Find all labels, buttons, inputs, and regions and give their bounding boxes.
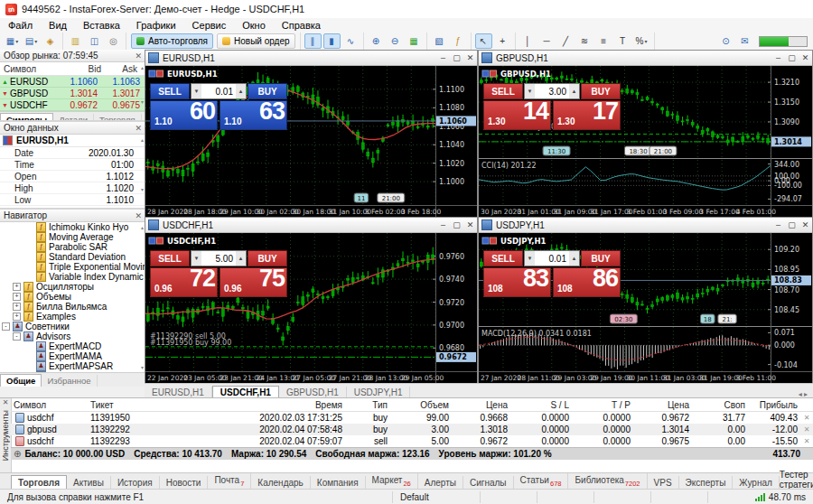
sell-button[interactable]: SELL — [483, 83, 523, 99]
collapse-icon[interactable]: - — [13, 332, 21, 341]
zoom-out-icon[interactable]: ⊖ — [387, 33, 404, 49]
market-watch-row[interactable]: ▼GBPUSD1.30141.3017 — [0, 88, 145, 99]
minimize-button[interactable]: – — [436, 53, 450, 62]
buy-button[interactable]: BUY — [581, 83, 621, 99]
menu-item[interactable]: Вставка — [75, 20, 128, 31]
sell-button[interactable]: SELL — [483, 250, 523, 266]
volume-stepper[interactable]: ▼5.00▲ — [191, 250, 247, 266]
trendline-icon[interactable]: ╱ — [557, 33, 575, 49]
profiles-icon[interactable]: ▤▾ — [23, 33, 40, 49]
volume-stepper[interactable]: ▼3.00▲ — [524, 83, 580, 99]
column-header[interactable]: Тип — [345, 400, 390, 410]
volume-stepper[interactable]: ▼0.01▲ — [524, 250, 580, 266]
column-header[interactable]: Своп — [692, 400, 748, 410]
column-header[interactable]: S / L — [510, 400, 572, 410]
status-latency[interactable]: 48.70 ms — [769, 492, 806, 502]
column-header[interactable]: Цена — [633, 400, 692, 410]
dock-tab[interactable]: Эксперты — [679, 476, 734, 490]
autotrade-button[interactable]: Авто-торговля — [131, 33, 213, 49]
strategy-tester-label[interactable]: Тестер стратегий — [780, 470, 813, 490]
close-button[interactable]: ✕ — [463, 53, 477, 62]
volume-up-icon[interactable]: ▲ — [569, 251, 579, 266]
menu-item[interactable]: Окно — [234, 20, 274, 31]
ask-price-box[interactable]: 0.9675 — [220, 267, 287, 297]
dock-tab[interactable]: Активы — [67, 476, 111, 490]
column-header[interactable]: Цена — [452, 400, 510, 410]
expand-icon[interactable]: + — [13, 293, 21, 301]
navigator-item[interactable]: +ƒОбъемы — [0, 292, 145, 302]
volume-dropdown-icon[interactable]: ▼ — [192, 251, 201, 266]
scroll-down-icon[interactable]: ▾ — [141, 98, 144, 105]
bars-chart-icon[interactable]: ∥ — [304, 33, 322, 49]
navigator-item[interactable]: -♟Advisors — [0, 331, 145, 341]
volume-up-icon[interactable]: ▲ — [236, 251, 246, 266]
maximize-button[interactable]: ▢ — [450, 53, 463, 62]
market-watch-tab[interactable]: Торговля — [94, 114, 142, 122]
chart-window-titlebar[interactable]: USDCHF,H1–▢✕ — [145, 218, 477, 233]
volume-up-icon[interactable]: ▲ — [569, 84, 579, 98]
horizontal-line-icon[interactable]: ─ — [538, 33, 556, 49]
navigator-item[interactable]: ♟ExpertMAPSAR — [0, 361, 145, 371]
chart-canvas[interactable]: 109.20108.95108.70108.45108.8302:301821:… — [479, 233, 812, 383]
search-icon[interactable]: ⊙ — [717, 33, 734, 49]
order-row[interactable]: usdchf113919502020.02.03 17:31:25buy99.0… — [11, 412, 813, 424]
refresh-icon[interactable]: ◈ — [42, 33, 59, 49]
navigator-item[interactable]: +ƒБилла Вильямса — [0, 302, 145, 312]
chart-canvas[interactable]: 1.32101.31501.30901.3030#11392292 buy 3.… — [479, 66, 812, 217]
column-header[interactable]: Символ — [11, 400, 88, 410]
title-bar[interactable]: ₥ 9449562 - InstaForex-Server: Демо-счет… — [0, 0, 813, 19]
tile-windows-icon[interactable]: ▦ — [406, 33, 423, 49]
scroll-down-icon[interactable]: ▾ — [141, 364, 144, 370]
indicators-icon[interactable]: ƒ — [450, 33, 467, 49]
navigator-item[interactable]: ƒParabolic SAR — [0, 242, 145, 252]
close-icon[interactable]: ✕ — [135, 51, 142, 61]
bid-price-box[interactable]: 10883 — [483, 267, 551, 297]
bid-price-box[interactable]: 1.1060 — [150, 100, 218, 130]
chart-window-titlebar[interactable]: EURUSD,H1–▢✕ — [145, 51, 477, 66]
navigator-item[interactable]: ƒStandard Deviation — [0, 252, 145, 262]
navigator-item[interactable]: +ƒExamples — [0, 312, 145, 322]
navigator-item[interactable]: +ƒОсцилляторы — [0, 282, 145, 292]
column-header[interactable]: Ask — [101, 64, 137, 74]
close-button[interactable]: ✕ — [799, 53, 812, 62]
market-watch-icon[interactable]: ▥ — [67, 33, 84, 49]
column-header[interactable]: Прибыль — [748, 400, 800, 410]
market-watch-header[interactable]: Обзор рынка: 07:59:45 ✕ — [0, 50, 145, 62]
buy-button[interactable]: BUY — [248, 250, 287, 266]
data-window-icon[interactable]: ◫ — [86, 33, 103, 49]
volume-up-icon[interactable]: ▲ — [236, 84, 246, 98]
column-header[interactable]: Bid — [61, 64, 101, 74]
dock-tab[interactable]: Календарь — [251, 476, 310, 490]
volume-dropdown-icon[interactable]: ▼ — [525, 84, 535, 98]
cursor-icon[interactable]: ↖ — [475, 33, 492, 49]
market-watch-row[interactable]: ▲EURUSD1.10601.1063 — [0, 76, 145, 88]
dock-tab[interactable]: Маркет26 — [366, 473, 418, 490]
status-profile[interactable]: Default — [393, 491, 481, 503]
channels-icon[interactable]: ≡ — [595, 33, 612, 49]
bid-price-box[interactable]: 1.3014 — [483, 100, 551, 130]
volume-dropdown-icon[interactable]: ▼ — [525, 251, 535, 266]
navigator-item[interactable]: -♟Советники — [0, 322, 145, 331]
close-order-icon[interactable]: ✕ — [800, 414, 813, 422]
navigator-item[interactable]: ƒTriple Exponential Movin — [0, 262, 145, 272]
navigator-item[interactable]: ♟ExpertMACD — [0, 341, 145, 351]
navigator-tab[interactable]: Избранное — [42, 375, 97, 387]
expand-icon[interactable]: + — [13, 303, 21, 311]
vertical-line-icon[interactable]: │ — [519, 33, 537, 49]
navigator-header[interactable]: Навигатор ✕ — [0, 210, 145, 222]
navigator-tab[interactable]: Общие — [0, 374, 42, 387]
dock-tab[interactable]: Новости — [160, 476, 209, 490]
buy-button[interactable]: BUY — [248, 83, 287, 99]
arrows-icon[interactable]: %▾ — [633, 33, 650, 49]
dock-tab[interactable]: Торговля — [11, 475, 67, 490]
scroll-down-icon[interactable]: ▾ — [141, 186, 144, 192]
column-header[interactable]: T / P — [572, 400, 633, 410]
dock-tab[interactable]: Компания — [311, 476, 366, 490]
navigator-item[interactable]: ♟ExpertMAMA — [0, 351, 145, 361]
chart-canvas[interactable]: 0.97600.97400.97200.97000.9680#11392290 … — [145, 233, 477, 383]
scroll-up-icon[interactable]: ▴ — [141, 224, 144, 230]
close-icon[interactable]: ✕ — [0, 398, 11, 406]
ask-price-box[interactable]: 1.3017 — [553, 100, 621, 130]
close-button[interactable]: ✕ — [463, 220, 477, 229]
column-header[interactable]: Объем — [390, 400, 452, 410]
